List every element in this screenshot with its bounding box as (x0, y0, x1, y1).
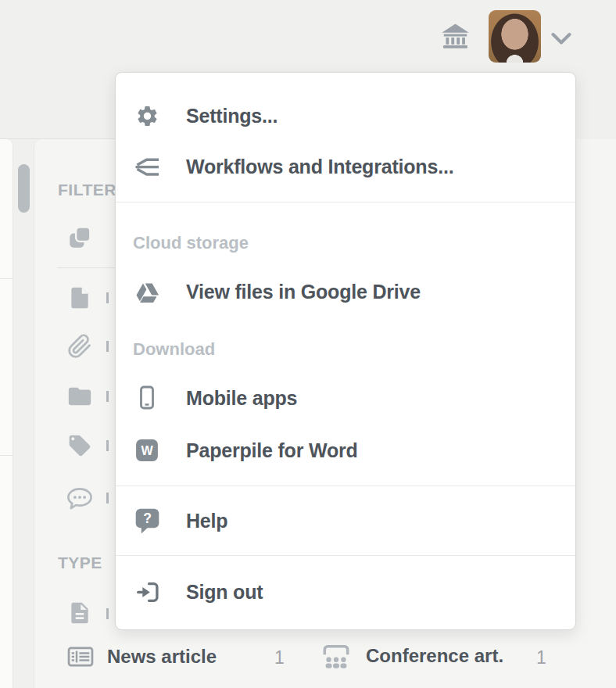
tag-icon[interactable] (66, 432, 94, 460)
menu-divider (116, 486, 575, 486)
menu-item-help[interactable]: ? Help (116, 500, 575, 541)
type-filter-conference-article[interactable]: Conference art. (321, 642, 503, 670)
left-rail-panel (0, 139, 13, 688)
download-header: Download (133, 339, 215, 360)
institution-icon[interactable] (441, 23, 470, 48)
smartphone-icon (133, 384, 161, 412)
paperpile-app: FILTER (0, 0, 616, 688)
conference-icon (321, 642, 352, 670)
rail-divider (0, 455, 13, 456)
svg-text:?: ? (143, 511, 152, 526)
filter-section-header: FILTER (58, 181, 116, 199)
hidden-label-fragment (106, 440, 109, 451)
folder-icon[interactable] (66, 382, 94, 410)
menu-item-label: Settings... (186, 105, 278, 127)
menu-item-label: Workflows and Integrations... (186, 156, 453, 178)
doc-lines-icon[interactable] (66, 599, 94, 627)
type-count: 1 (536, 647, 546, 668)
hidden-label-fragment (106, 493, 109, 503)
svg-text:W: W (141, 443, 153, 457)
type-label: News article (107, 646, 217, 668)
menu-item-sign-out[interactable]: Sign out (116, 572, 575, 612)
paperclip-icon[interactable] (66, 332, 94, 360)
type-label: Conference art. (366, 645, 503, 667)
file-icon[interactable] (66, 284, 94, 312)
menu-item-label: View files in Google Drive (186, 281, 421, 303)
menu-divider (116, 202, 575, 202)
rail-divider (0, 278, 13, 279)
sign-out-icon (133, 578, 161, 606)
account-dropdown-menu: Settings... Workflows and Integrations..… (115, 72, 576, 630)
menu-item-label: Paperpile for Word (186, 439, 358, 462)
menu-item-view-google-drive[interactable]: View files in Google Drive (116, 271, 575, 312)
hidden-label-fragment (106, 341, 109, 352)
google-drive-icon (133, 278, 161, 306)
type-section-header: TYPE (58, 554, 102, 572)
menu-item-settings[interactable]: Settings... (116, 95, 575, 136)
hidden-label-fragment (106, 391, 109, 402)
menu-item-label: Sign out (186, 581, 263, 604)
newspaper-icon (67, 644, 94, 669)
word-w-icon: W (133, 436, 161, 464)
chevron-down-icon[interactable] (551, 32, 571, 45)
type-count: 1 (274, 647, 285, 668)
hidden-label-fragment (106, 608, 109, 619)
menu-divider (116, 555, 575, 556)
help-bubble-icon: ? (133, 507, 161, 535)
menu-item-label: Help (186, 510, 227, 532)
menu-item-workflows[interactable]: Workflows and Integrations... (116, 146, 575, 187)
type-filter-news-article[interactable]: News article (67, 644, 217, 669)
chat-icon[interactable] (66, 484, 94, 512)
sidebar-scrollbar[interactable] (18, 164, 30, 213)
workflow-icon (133, 152, 161, 181)
menu-item-label: Mobile apps (186, 387, 297, 410)
user-avatar[interactable] (489, 10, 541, 63)
copy-icon[interactable] (66, 224, 94, 252)
menu-item-mobile-apps[interactable]: Mobile apps (116, 378, 575, 418)
gear-icon (133, 102, 161, 130)
menu-item-paperpile-for-word[interactable]: W Paperpile for Word (116, 430, 575, 471)
hidden-label-fragment (106, 292, 109, 303)
cloud-storage-header: Cloud storage (133, 233, 249, 253)
